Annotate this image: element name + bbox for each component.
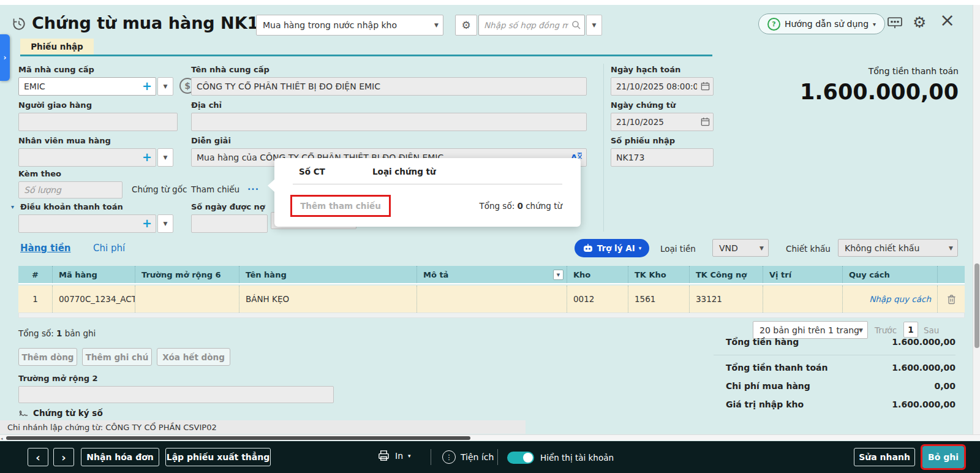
popup-col-doc-type: Loại chứng từ xyxy=(372,167,436,176)
close-button[interactable]: × xyxy=(940,11,955,29)
help-guide-label: Hướng dẫn sử dụng xyxy=(785,19,869,29)
page-size-select[interactable]: 20 bản ghi trên 1 trang ▼ xyxy=(753,321,868,339)
create-outbound-button[interactable]: Lập phiếu xuất thẳng xyxy=(165,448,271,466)
supplier-dropdown-button[interactable]: ▼ xyxy=(157,77,173,96)
ext-field2-input[interactable] xyxy=(18,386,334,403)
receipt-no-label: Số phiếu nhập xyxy=(611,136,675,145)
add-payment-term-icon[interactable]: + xyxy=(142,218,152,229)
contract-settings-button[interactable]: ⚙ xyxy=(455,15,477,36)
shortcut-keys-icon[interactable] xyxy=(887,16,903,33)
popup-col-doc-no: Số CT xyxy=(299,167,325,176)
history-icon[interactable] xyxy=(11,16,27,32)
vertical-scroll-thumb[interactable] xyxy=(974,263,979,348)
cell-payable-account[interactable]: 33121 xyxy=(689,286,763,312)
supplier-name-input[interactable] xyxy=(191,77,587,96)
payment-terms-dropdown-button[interactable]: ▼ xyxy=(157,214,173,233)
prev-document-button[interactable]: ‹ xyxy=(28,448,48,466)
pager-next[interactable]: Sau xyxy=(924,325,939,335)
grand-total-value: 1.600.000,00 xyxy=(800,80,959,104)
contract-search-input[interactable] xyxy=(478,15,585,36)
tab-hang-tien[interactable]: Hàng tiền xyxy=(20,243,70,254)
payment-terms-input[interactable] xyxy=(18,214,156,233)
utilities-button[interactable]: ⋮ Tiện ích xyxy=(442,450,494,464)
horizontal-scroll-thumb[interactable] xyxy=(6,436,470,440)
summary-payment-label: Tổng tiền thanh toán xyxy=(726,363,828,373)
summary-goods-value: 1.600.000,00 xyxy=(892,337,956,347)
vertical-scrollbar[interactable] xyxy=(973,5,980,434)
digital-sign-label: Chứng từ ký số xyxy=(33,408,103,418)
receive-invoice-button[interactable]: Nhận hóa đơn xyxy=(81,448,159,466)
help-guide-button[interactable]: ? Hướng dẫn sử dụng ▾ xyxy=(758,13,885,34)
add-row-button[interactable]: Thêm dòng xyxy=(18,348,77,366)
delete-all-rows-button[interactable]: Xóa hết dòng xyxy=(157,348,230,366)
filter-icon[interactable]: ▼ xyxy=(553,270,564,280)
chevron-down-icon: ▾ xyxy=(873,21,876,28)
digital-sign-section[interactable]: Chứng từ ký số xyxy=(18,408,103,418)
expand-panel-handle[interactable]: › xyxy=(0,34,10,81)
col-header-spec[interactable]: Quy cách xyxy=(842,266,937,283)
attachment-qty-input[interactable] xyxy=(18,181,123,199)
ai-assistant-button[interactable]: Trợ lý AI ▾ xyxy=(575,239,649,257)
pager-current-page[interactable]: 1 xyxy=(903,322,918,338)
add-buyer-icon[interactable]: + xyxy=(142,151,152,163)
discount-select[interactable]: Không chiết khấu ▼ xyxy=(838,239,958,257)
posting-date-input[interactable] xyxy=(611,77,714,96)
cell-ext6[interactable] xyxy=(135,286,239,312)
posting-date-field[interactable] xyxy=(611,77,714,96)
col-header-warehouse[interactable]: Kho xyxy=(567,266,628,283)
col-header-index[interactable]: # xyxy=(18,266,52,283)
cell-item-name[interactable]: BÁNH KẸO xyxy=(239,286,417,312)
cell-stock-account[interactable]: 1561 xyxy=(628,286,689,312)
grand-total-label: Tổng tiền thanh toán xyxy=(869,66,959,76)
trash-icon[interactable] xyxy=(947,294,956,305)
col-header-item-name[interactable]: Tên hàng xyxy=(239,266,417,283)
cell-position[interactable] xyxy=(763,286,842,312)
col-header-stock-account[interactable]: TK Kho xyxy=(628,266,689,283)
add-supplier-icon[interactable]: + xyxy=(142,80,152,92)
contract-dropdown-button[interactable]: ▼ xyxy=(586,15,602,36)
popup-total-prefix: Tổng số: xyxy=(479,201,514,211)
reference-more-link[interactable]: ... xyxy=(247,182,259,192)
currency-select[interactable]: VND ▼ xyxy=(712,239,769,257)
page-title: Chứng từ mua hàng NK173 xyxy=(32,13,282,32)
horizontal-scrollbar[interactable]: ◂ xyxy=(0,434,980,441)
pager-prev[interactable]: Trước xyxy=(875,325,897,335)
next-document-button[interactable]: › xyxy=(53,448,74,466)
branch-info: Chi nhánh lập chứng từ: CÔNG TY CỔ PHẦN … xyxy=(7,423,217,432)
cell-description[interactable] xyxy=(417,286,567,312)
document-type-select[interactable]: Mua hàng trong nước nhập kho ▼ xyxy=(256,15,443,36)
add-note-button[interactable]: Thêm ghi chú xyxy=(82,348,152,366)
print-button[interactable]: In ▾ xyxy=(377,449,411,462)
document-date-field[interactable] xyxy=(611,113,714,131)
receipt-no-input[interactable] xyxy=(611,148,714,167)
buyer-input[interactable] xyxy=(18,148,156,167)
document-date-input[interactable] xyxy=(611,113,714,131)
col-header-position[interactable]: Vị trí xyxy=(763,266,842,283)
col-header-description-label: Mô tả xyxy=(423,270,448,279)
collapse-caret-icon[interactable]: ▾ xyxy=(11,203,14,210)
supplier-code-input[interactable] xyxy=(18,77,156,96)
scroll-left-arrow-icon[interactable]: ◂ xyxy=(1,436,3,441)
col-header-payable-account[interactable]: TK Công nợ xyxy=(689,266,763,283)
settings-gear-button[interactable]: ⚙ xyxy=(913,13,926,31)
buyer-label: Nhân viên mua hàng xyxy=(18,136,111,145)
tab-chi-phi[interactable]: Chi phí xyxy=(93,243,125,254)
cell-item-code[interactable]: 00770C_1234_ACT2 xyxy=(52,286,135,312)
buyer-dropdown-button[interactable]: ▼ xyxy=(157,148,173,167)
supplier-code-label: Mã nhà cung cấp xyxy=(18,65,94,74)
col-header-ext6[interactable]: Trường mở rộng 6 xyxy=(135,266,239,283)
col-header-item-code[interactable]: Mã hàng xyxy=(52,266,135,283)
tab-phieu-nhap[interactable]: Phiếu nhập xyxy=(20,39,94,55)
address-input[interactable] xyxy=(191,113,587,131)
col-header-description[interactable]: Mô tả ▼ xyxy=(417,266,567,283)
enter-spec-link[interactable]: Nhập quy cách xyxy=(869,294,931,304)
table-hscroll-track[interactable] xyxy=(18,312,965,318)
add-reference-link[interactable]: Thêm tham chiếu xyxy=(300,201,381,211)
show-accounts-toggle[interactable] xyxy=(507,452,534,464)
unpost-button[interactable]: Bỏ ghi xyxy=(922,446,964,468)
cell-warehouse[interactable]: 0012 xyxy=(567,286,628,312)
deliverer-input[interactable] xyxy=(18,113,178,131)
debt-days-input[interactable] xyxy=(191,214,268,233)
quick-edit-button[interactable]: Sửa nhanh xyxy=(854,448,915,466)
table-row[interactable]: 1 00770C_1234_ACT2 BÁNH KẸO 0012 1561 33… xyxy=(18,286,965,312)
